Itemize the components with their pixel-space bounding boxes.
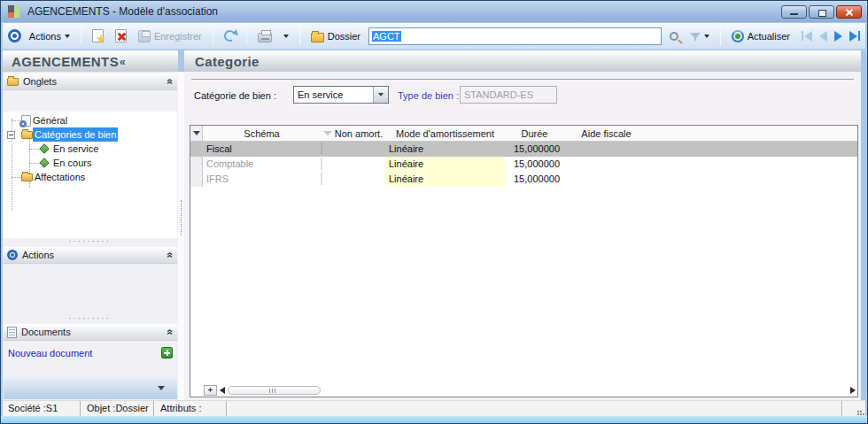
refresh-button[interactable] — [221, 28, 239, 43]
panel-actions-header[interactable]: Actions « — [4, 247, 177, 264]
tree-item-selected-label: Catégories de bien — [33, 127, 118, 142]
search-input-selected-text: AGCT — [372, 31, 401, 42]
tree-item-general[interactable]: Général — [4, 113, 177, 127]
printer-icon — [258, 33, 272, 42]
tree-item-en-cours[interactable]: En cours — [4, 156, 177, 170]
category-select[interactable]: En service — [293, 86, 389, 104]
toolbar-separator — [213, 27, 213, 45]
add-row-button[interactable]: + — [204, 385, 217, 396]
maximize-button[interactable] — [809, 5, 834, 19]
panel-splitter[interactable]: ········· — [3, 238, 176, 245]
toolbar-separator — [720, 27, 721, 45]
chevron-down-icon — [283, 35, 289, 38]
nav-last-button[interactable] — [849, 31, 860, 42]
window-title: AGENCEMENTS - Modèle d'association — [27, 5, 218, 18]
save-button[interactable]: Enregistrer — [135, 28, 205, 44]
schema-table: Schéma Non amort. Mode d'amortissement D… — [190, 125, 858, 397]
document-icon — [7, 327, 17, 338]
category-label: Catégorie de bien : — [194, 90, 276, 101]
type-field[interactable]: STANDARD-ES — [460, 86, 557, 104]
application-window: AGENCEMENTS - Modèle d'association Actio… — [0, 0, 868, 424]
actualiser-icon — [732, 30, 744, 42]
cell-aide-fiscale — [564, 172, 648, 187]
divider — [191, 79, 854, 80]
column-header-duree[interactable]: Durée — [505, 126, 564, 141]
nav-next-button[interactable] — [834, 31, 842, 42]
collapse-panel-icon[interactable]: « — [165, 79, 177, 85]
print-options-button[interactable] — [280, 33, 292, 40]
dossier-button[interactable]: Dossier — [307, 28, 364, 44]
column-header-schema[interactable]: Schéma — [203, 126, 321, 141]
non-amort-checkbox[interactable] — [321, 158, 322, 170]
table-row-ifrs[interactable]: IFRS Linéaire 15,000000 — [190, 172, 857, 187]
chevron-down-icon — [65, 35, 70, 38]
actualiser-button[interactable]: Actualiser — [728, 28, 794, 44]
scroll-left-icon[interactable] — [220, 387, 225, 394]
chevron-down-icon — [704, 35, 709, 38]
category-select-value: En service — [294, 89, 343, 100]
sidebar-title: AGENCEMENTS — [12, 54, 119, 69]
filter-icon — [690, 33, 701, 39]
non-amort-checkbox[interactable] — [321, 143, 322, 155]
cell-mode: Linéaire — [385, 142, 505, 157]
toolbar: Actions Enregistrer Dossier AGCT — [3, 23, 865, 50]
toolbar-separator — [246, 27, 247, 45]
titlebar: AGENCEMENTS - Modèle d'association — [1, 1, 867, 22]
scroll-right-icon[interactable] — [850, 387, 856, 394]
search-input[interactable]: AGCT — [368, 27, 662, 45]
row-selector-column-header[interactable] — [190, 126, 203, 141]
combo-dropdown-button[interactable] — [373, 87, 388, 103]
sidebar-footer[interactable] — [4, 376, 177, 399]
minimize-button[interactable] — [781, 5, 807, 19]
horizontal-scrollbar: + — [204, 384, 856, 396]
tree-item-categories-de-bien[interactable]: Catégories de bien — [4, 127, 177, 142]
table-row-comptable[interactable]: Comptable Linéaire 15,000000 — [190, 157, 857, 172]
table-header-row: Schéma Non amort. Mode d'amortissement D… — [190, 126, 857, 142]
column-header-mode[interactable]: Mode d'amortissement — [385, 126, 505, 141]
cell-schema: Fiscal — [203, 142, 321, 157]
last-record-icon — [849, 31, 857, 42]
search-button[interactable] — [666, 30, 682, 42]
panel-documents-header[interactable]: Documents « — [4, 324, 177, 341]
new-button[interactable] — [89, 27, 107, 44]
status-objet: Objet :Dossier — [81, 401, 154, 417]
non-amort-checkbox[interactable] — [321, 173, 322, 185]
new-document-icon — [92, 29, 104, 42]
column-header-aide-fiscale[interactable]: Aide fiscale — [564, 126, 648, 141]
actions-target-icon — [7, 250, 18, 260]
panel-splitter[interactable]: ········· — [3, 315, 176, 322]
collapse-panel-icon[interactable]: « — [165, 329, 177, 335]
close-button[interactable] — [836, 5, 862, 19]
resize-grip-icon[interactable] — [854, 405, 863, 413]
nav-first-button[interactable] — [802, 31, 812, 42]
print-button[interactable] — [254, 27, 275, 44]
table-row-fiscal[interactable]: Fiscal Linéaire 15,000000 — [190, 142, 857, 157]
splitter-handle-icon — [181, 200, 182, 235]
main-panel: Catégorie de bien : En service Type de b… — [184, 72, 861, 400]
collapse-node-icon[interactable] — [7, 131, 15, 139]
statusbar: Société :S1 Objet :Dossier Attributs : — [3, 400, 865, 416]
new-document-link[interactable]: Nouveau document — [8, 348, 92, 358]
folder-icon — [311, 33, 324, 42]
panel-onglets-header[interactable]: Onglets « — [4, 73, 177, 90]
sidebar-splitter[interactable] — [178, 72, 184, 400]
tree-item-affectations[interactable]: Affectations — [4, 170, 177, 184]
column-header-non-amort[interactable]: Non amort. — [321, 126, 385, 141]
cell-aide-fiscale — [564, 142, 648, 157]
add-document-button[interactable] — [161, 347, 173, 358]
chevron-down-icon — [193, 131, 200, 135]
filter-button[interactable] — [686, 31, 713, 41]
folder-icon — [21, 173, 33, 181]
scrollbar-thumb[interactable] — [228, 386, 321, 395]
nav-previous-button[interactable] — [819, 31, 827, 42]
cell-mode: Linéaire — [385, 172, 505, 187]
sidebar-collapse-icon[interactable]: « — [120, 56, 126, 68]
folder-open-icon — [21, 131, 33, 139]
actions-menu-button[interactable]: Actions — [26, 29, 74, 43]
page-title: Categorie — [195, 54, 260, 69]
collapse-panel-icon[interactable]: « — [165, 252, 177, 258]
page-header: Categorie — [184, 50, 861, 72]
search-icon — [670, 32, 678, 41]
tree-item-en-service[interactable]: En service — [4, 142, 177, 156]
delete-button[interactable] — [112, 27, 130, 44]
